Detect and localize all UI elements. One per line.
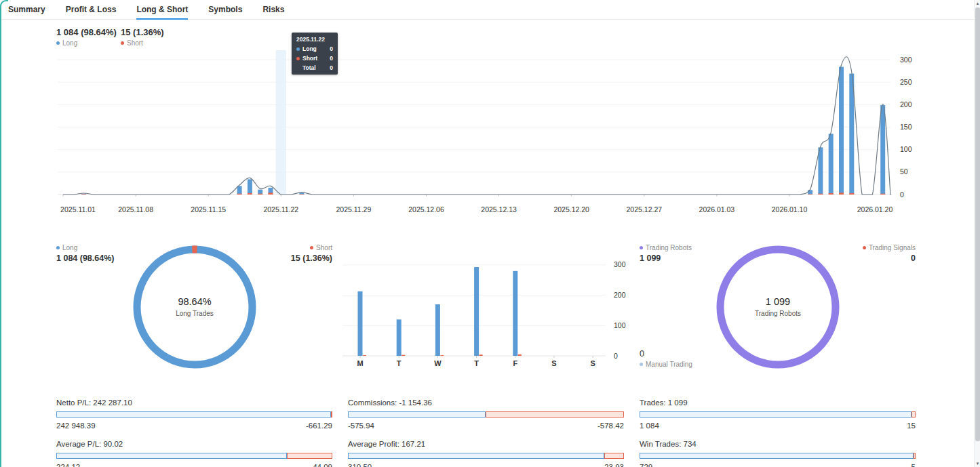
- tooltip-long-dot-icon: [296, 47, 300, 51]
- short-total-label: Short: [127, 39, 143, 47]
- svg-text:2025.11.08: 2025.11.08: [118, 205, 153, 214]
- svg-text:S: S: [591, 359, 595, 367]
- stat-commissions: Commissions: -1 154.36 -575.94-578.42: [348, 399, 624, 440]
- stat-bar-long: [56, 453, 287, 459]
- legend-robots-value: 1 099: [640, 253, 692, 263]
- svg-text:300: 300: [900, 56, 912, 64]
- long-dot-icon: [56, 41, 60, 45]
- svg-text:2025.11.29: 2025.11.29: [336, 205, 372, 214]
- stat-label: Win Trades: 734: [640, 440, 916, 448]
- scrollbar-thumb[interactable]: [975, 7, 980, 441]
- stat-label: Trades: 1 099: [640, 399, 916, 407]
- svg-text:M: M: [357, 359, 363, 367]
- stat-netto-pl: Netto P/L: 242 287.10 242 948.39-661.29: [56, 399, 332, 440]
- long-short-donut-center: 98.64% Long Trades: [147, 296, 242, 317]
- svg-text:0: 0: [614, 352, 618, 360]
- tooltip-long-label: Long: [302, 45, 330, 52]
- svg-text:2026.01.03: 2026.01.03: [699, 205, 735, 214]
- stat-bar: [56, 411, 332, 418]
- svg-text:2025.12.27: 2025.12.27: [627, 205, 663, 214]
- svg-text:2025.12.20: 2025.12.20: [553, 205, 589, 214]
- legend-robots-dot-icon: [640, 246, 643, 249]
- tooltip-total-label: Total: [302, 64, 330, 71]
- legend-manual-dot-icon: [640, 363, 643, 366]
- stat-bar-long: [348, 453, 604, 459]
- weekday-trades-chart[interactable]: 0100200300MTWTFSS: [342, 259, 634, 371]
- short-total-block: 15 (1.36%) Short: [121, 27, 164, 47]
- trading-source-donut-center: 1 099 Trading Robots: [730, 296, 825, 317]
- tab-long-short[interactable]: Long & Short: [136, 0, 188, 20]
- svg-text:S: S: [551, 359, 556, 367]
- stat-bar: [640, 411, 916, 418]
- stat-left-value: -575.94: [348, 422, 374, 430]
- stat-win-trades: Win Trades: 734 7295: [640, 440, 916, 467]
- tooltip-date: 2025.11.22: [296, 36, 333, 43]
- svg-text:100: 100: [900, 145, 912, 153]
- stat-bar-long: [640, 453, 914, 459]
- stat-right-value: -661.29: [306, 422, 332, 430]
- short-dot-icon: [121, 41, 124, 45]
- donut-long-legend: Long 1 084 (98.64%): [56, 244, 114, 263]
- stat-bar: [348, 411, 624, 418]
- donut-center-subtitle: Long Trades: [147, 310, 242, 317]
- long-total-label: Long: [62, 39, 77, 47]
- svg-text:2025.12.06: 2025.12.06: [408, 205, 444, 214]
- stat-right-value: 5: [912, 463, 916, 467]
- stat-label: Commissions: -1 154.36: [348, 399, 624, 407]
- donut-center-title: 98.64%: [147, 296, 242, 307]
- svg-text:250: 250: [900, 78, 912, 86]
- donut-manual-legend: 0 Manual Trading: [640, 349, 692, 368]
- tab-profit-loss[interactable]: Profit & Loss: [66, 0, 117, 20]
- stat-bar-short: [486, 411, 624, 418]
- stat-bar-long: [348, 411, 486, 418]
- legend-manual-label: Manual Trading: [646, 361, 692, 368]
- vertical-scrollbar[interactable]: ▲ ▼: [974, 0, 980, 467]
- svg-text:T: T: [397, 359, 401, 367]
- legend-long-label: Long: [62, 244, 77, 251]
- stat-right-value: 15: [907, 422, 916, 430]
- stat-bar: [348, 453, 624, 459]
- stat-bar-short: [331, 411, 332, 418]
- stat-label: Average P/L: 90.02: [56, 440, 332, 448]
- long-total-block: 1 084 (98.64%) Long: [56, 27, 117, 47]
- svg-text:W: W: [434, 359, 442, 367]
- svg-text:2026.01.10: 2026.01.10: [772, 205, 808, 214]
- stat-left-value: 1 084: [640, 422, 659, 430]
- stat-left-value: 729: [640, 463, 652, 467]
- stat-label: Average Profit: 167.21: [348, 440, 624, 448]
- legend-short-dot-icon: [310, 246, 313, 249]
- stat-trades: Trades: 1 099 1 08415: [640, 399, 916, 440]
- svg-text:2025.11.01: 2025.11.01: [60, 205, 96, 214]
- svg-text:200: 200: [614, 291, 626, 299]
- report-tabbar: Summary Profit & Loss Long & Short Symbo…: [0, 0, 974, 20]
- legend-short-label: Short: [316, 244, 332, 251]
- stat-right-value: -44.09: [310, 463, 332, 467]
- stat-bar-short: [914, 453, 916, 459]
- svg-text:T: T: [474, 359, 479, 367]
- stat-average-profit: Average Profit: 167.21 310.5023.93: [348, 440, 624, 467]
- legend-robots-label: Trading Robots: [646, 244, 692, 251]
- stat-bar-short: [912, 411, 916, 418]
- svg-text:2025.11.22: 2025.11.22: [263, 205, 298, 214]
- stat-bar-long: [56, 411, 331, 418]
- svg-text:300: 300: [614, 260, 626, 268]
- daily-trades-chart[interactable]: 0501001502002503002025.11.012025.11.0820…: [58, 47, 919, 217]
- svg-text:2026.01.20: 2026.01.20: [857, 205, 893, 214]
- tab-risks[interactable]: Risks: [262, 0, 284, 20]
- stat-bar: [640, 453, 916, 459]
- legend-signals-label: Trading Signals: [869, 244, 916, 251]
- scroll-down-icon[interactable]: ▼: [975, 460, 980, 467]
- tooltip-short-dot-icon: [296, 57, 300, 60]
- svg-text:100: 100: [614, 321, 626, 329]
- svg-text:0: 0: [900, 190, 904, 199]
- svg-text:200: 200: [900, 100, 912, 108]
- tab-summary[interactable]: Summary: [8, 0, 45, 20]
- short-total-value: 15 (1.36%): [121, 27, 164, 37]
- donut2-center-subtitle: Trading Robots: [730, 310, 825, 317]
- scroll-up-icon[interactable]: ▲: [975, 0, 980, 7]
- tooltip-short-label: Short: [302, 55, 330, 62]
- long-total-value: 1 084 (98.64%): [56, 27, 117, 37]
- legend-long-dot-icon: [56, 246, 60, 249]
- legend-long-value: 1 084 (98.64%): [56, 253, 114, 263]
- tab-symbols[interactable]: Symbols: [208, 0, 242, 20]
